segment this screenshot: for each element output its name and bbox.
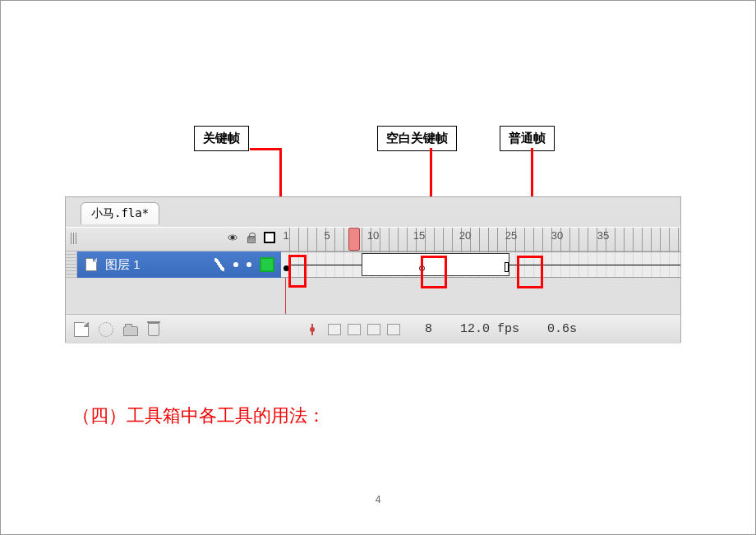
ruler-tick: 20 xyxy=(459,229,471,242)
layer-grip[interactable] xyxy=(66,251,77,278)
normal-frame-marker[interactable] xyxy=(505,262,509,272)
page-number: 4 xyxy=(376,494,381,505)
annotation-keyframe: 关键帧 xyxy=(194,126,249,151)
delete-layer-icon[interactable] xyxy=(148,323,159,336)
new-layer-icon[interactable] xyxy=(74,322,89,337)
highlight-keyframe xyxy=(288,255,307,288)
fps-value: 12.0 fps xyxy=(460,322,519,336)
annotation-blank-keyframe: 空白关键帧 xyxy=(377,126,457,151)
outline-icon[interactable] xyxy=(264,232,275,243)
new-folder-icon[interactable] xyxy=(123,326,138,336)
annotation-normal-frame: 普通帧 xyxy=(500,126,555,151)
tab-row: 小马.fla* xyxy=(66,197,680,227)
ruler-tick: 15 xyxy=(413,229,425,242)
ruler-tick: 30 xyxy=(551,229,563,242)
ruler-tick: 10 xyxy=(367,229,379,242)
modify-markers-icon[interactable] xyxy=(387,324,400,335)
motion-guide-icon[interactable] xyxy=(99,322,113,337)
playhead[interactable] xyxy=(348,228,360,251)
edit-multiple-icon[interactable] xyxy=(367,324,380,335)
current-frame-value: 8 xyxy=(425,322,432,336)
ruler-tick: 25 xyxy=(505,229,517,242)
file-tab[interactable]: 小马.fla* xyxy=(81,202,159,224)
layer-row[interactable]: 图层 1 xyxy=(66,251,680,278)
lock-icon[interactable] xyxy=(247,236,256,243)
layer-frames[interactable] xyxy=(281,251,680,278)
layer-color-box[interactable] xyxy=(260,257,274,272)
onion-skin-icon[interactable] xyxy=(328,324,341,335)
center-frame-icon[interactable] xyxy=(307,324,318,335)
connector-line xyxy=(430,148,432,199)
playhead-line xyxy=(285,278,286,314)
visibility-dot[interactable] xyxy=(233,262,238,267)
section-heading: （四）工具箱中各工具的用法： xyxy=(72,404,325,428)
connector-line xyxy=(531,148,533,199)
layer-info[interactable]: 图层 1 xyxy=(77,251,281,278)
lock-dot[interactable] xyxy=(247,262,251,267)
timeline-panel: 小马.fla* 1 5 10 15 20 25 30 35 xyxy=(65,196,681,343)
highlight-blank-keyframe xyxy=(421,256,447,288)
ruler-tick: 5 xyxy=(324,229,330,242)
timeline-spacer xyxy=(66,278,680,314)
layer-type-icon xyxy=(85,258,97,271)
connector-line xyxy=(250,148,282,150)
timeline-footer: 8 12.0 fps 0.6s xyxy=(66,314,680,344)
connector-line xyxy=(279,148,282,199)
ruler-tick: 1 xyxy=(283,229,288,242)
visibility-icon[interactable] xyxy=(226,231,239,244)
highlight-normal-frame xyxy=(517,256,543,288)
pencil-icon xyxy=(213,258,226,271)
elapsed-time-value: 0.6s xyxy=(547,322,577,336)
frame-ruler[interactable]: 1 5 10 15 20 25 30 35 xyxy=(281,228,680,252)
ruler-tick: 35 xyxy=(597,229,609,242)
panel-grip[interactable] xyxy=(71,233,77,244)
timeline-header: 1 5 10 15 20 25 30 35 xyxy=(66,227,680,251)
onion-outline-icon[interactable] xyxy=(348,324,361,335)
layer-name[interactable]: 图层 1 xyxy=(105,257,141,273)
